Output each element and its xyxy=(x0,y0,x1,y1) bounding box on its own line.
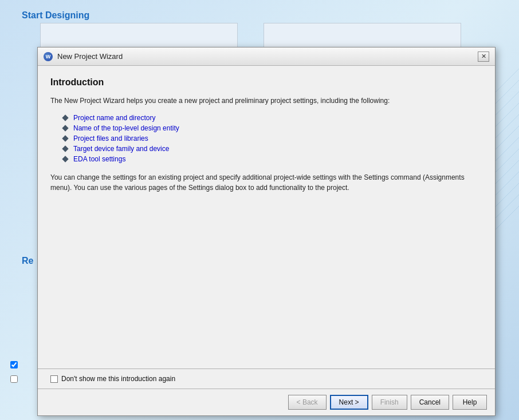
dialog-close-button[interactable]: ✕ xyxy=(478,51,489,62)
cancel-button[interactable]: Cancel xyxy=(411,395,449,410)
dont-show-label: Don't show me this introduction again xyxy=(61,375,175,383)
bullet-diamond-icon xyxy=(62,125,68,131)
bullet-item: Target device family and device xyxy=(50,145,482,153)
dialog-heading: Introduction xyxy=(50,77,482,88)
recently-label: Re xyxy=(22,256,33,266)
dialog-secondary-text: You can change the settings for an exist… xyxy=(50,172,482,193)
dialog-title: New Project Wizard xyxy=(57,52,473,61)
dialog-content-area: Introduction The New Project Wizard help… xyxy=(38,66,495,369)
dont-show-row: Don't show me this introduction again xyxy=(50,375,482,383)
finish-button[interactable]: Finish xyxy=(372,395,407,410)
bullet-diamond-icon xyxy=(62,114,68,121)
app-background: Start Designing Re W xyxy=(0,0,519,420)
help-button[interactable]: Help xyxy=(453,395,487,410)
bullet-list: Project name and directoryName of the to… xyxy=(50,114,482,163)
bullet-diamond-icon xyxy=(62,156,68,162)
bullet-diamond-icon xyxy=(62,145,68,152)
wizard-icon: W xyxy=(44,52,53,61)
bullet-item: Project name and directory xyxy=(50,114,482,122)
dont-show-checkbox[interactable] xyxy=(50,375,58,383)
new-project-wizard-dialog: W New Project Wizard ✕ Introduction The … xyxy=(37,47,496,416)
bg-checkbox-2 xyxy=(10,375,18,383)
dialog-intro-text: The New Project Wizard helps you create … xyxy=(50,96,482,106)
bullet-item: EDA tool settings xyxy=(50,155,482,163)
bullet-item: Name of the top-level design entity xyxy=(50,124,482,132)
bg-panel-1 xyxy=(40,23,238,49)
next-button[interactable]: Next > xyxy=(330,395,368,410)
bullet-item: Project files and libraries xyxy=(50,134,482,142)
dialog-titlebar: W New Project Wizard ✕ xyxy=(38,47,495,66)
back-button[interactable]: < Back xyxy=(288,395,327,410)
bg-checkbox-1 xyxy=(10,361,18,369)
button-bar: < Back Next > Finish Cancel Help xyxy=(38,389,495,415)
bg-panel-2 xyxy=(264,23,461,49)
bullet-diamond-icon xyxy=(62,135,68,141)
dont-show-area: Don't show me this introduction again xyxy=(38,369,495,389)
start-designing-label: Start Designing xyxy=(22,10,89,21)
